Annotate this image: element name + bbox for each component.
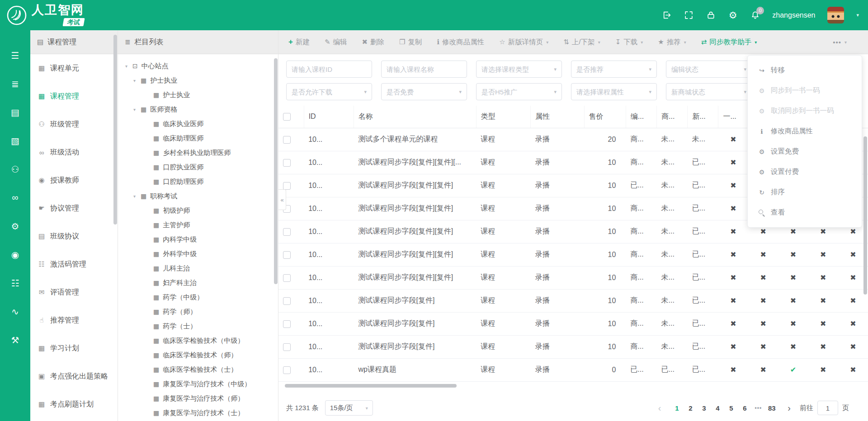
- page-number[interactable]: 2: [684, 404, 697, 412]
- tree-node[interactable]: ▦ 妇产科主治: [118, 276, 278, 290]
- module-user-icon[interactable]: ◉: [0, 240, 30, 269]
- page-size-select[interactable]: 15条/页 ▾: [325, 400, 373, 416]
- nav-comment-management[interactable]: ✉ 评语管理: [30, 278, 118, 306]
- module-book-icon[interactable]: ▧: [0, 126, 30, 155]
- nav-activation-code[interactable]: ☷ 激活码管理: [30, 250, 118, 278]
- tree-node[interactable]: ▦ 康复医学与治疗技术（中级）: [118, 377, 278, 391]
- nav-teacher[interactable]: ◉ 授课教师: [30, 166, 118, 194]
- tree-node[interactable]: ▦ 临床医学检验技术（士）: [118, 362, 278, 377]
- nav-class-activity[interactable]: ∞ 班级活动: [30, 138, 118, 166]
- row-checkbox[interactable]: [283, 320, 291, 328]
- more-button[interactable]: ••• ▾: [833, 38, 847, 46]
- nav-class-agreement[interactable]: ▤ 班级协议: [30, 222, 118, 250]
- module-database-icon[interactable]: ≣: [0, 70, 30, 98]
- module-card-icon[interactable]: ☷: [0, 269, 30, 297]
- shelf-button[interactable]: ⇅ 上/下架 ▾: [563, 37, 600, 47]
- copy-button[interactable]: ❐ 复制: [399, 37, 422, 47]
- tree-node[interactable]: ▦ 临床助理医师: [118, 131, 278, 145]
- course-attr-select[interactable]: ▾: [571, 83, 657, 100]
- tree-node[interactable]: ▦ 外科学中级: [118, 247, 278, 261]
- menu-sync-onebook[interactable]: ⚙ 同步到一书一码: [748, 80, 862, 101]
- edit-button[interactable]: ✎ 编辑: [325, 37, 347, 47]
- sync-assistant-button[interactable]: ⇄ 同步教学助手 ▾: [701, 37, 757, 47]
- nav-course-management[interactable]: ▦ 课程管理: [30, 82, 118, 110]
- row-checkbox[interactable]: [283, 228, 291, 236]
- free-select[interactable]: ▾: [381, 83, 467, 100]
- menu-edit-product-attrs[interactable]: ℹ 修改商品属性: [748, 121, 862, 141]
- new-detail-page-button[interactable]: ☆ 新版详情页 ▾: [499, 37, 548, 47]
- tree-node[interactable]: ▾ ▦ 医师资格: [118, 102, 278, 117]
- lock-icon[interactable]: [706, 10, 716, 20]
- edit-status-select[interactable]: ▾: [666, 61, 752, 78]
- menu-sort[interactable]: ↻ 排序: [748, 182, 862, 202]
- tree-node[interactable]: ▦ 临床医学检验技术（师）: [118, 348, 278, 362]
- page-number[interactable]: 1: [670, 404, 684, 412]
- select-all-checkbox[interactable]: [283, 113, 291, 121]
- vertical-scrollbar-thumb[interactable]: [863, 136, 867, 295]
- tree-node[interactable]: ▦ 药学（士）: [118, 319, 278, 333]
- chevron-down-icon[interactable]: ▾: [856, 12, 859, 18]
- tree-node[interactable]: ▦ 药学（师）: [118, 304, 278, 319]
- table-row[interactable]: 10... 测试课程同步字段[复件][复件] 课程 录播 10 商... 未..…: [278, 266, 868, 289]
- menu-unsync-onebook[interactable]: ⚙ 取消同步到一书一码: [748, 101, 862, 121]
- row-checkbox[interactable]: [283, 297, 291, 305]
- tree-node[interactable]: ▦ 临床医学检验技术（中级）: [118, 333, 278, 348]
- row-checkbox[interactable]: [283, 182, 291, 190]
- avatar[interactable]: [827, 7, 844, 23]
- course-id-input[interactable]: ▾: [286, 61, 372, 78]
- tree-node[interactable]: ▦ 初级护师: [118, 203, 278, 218]
- tree-scrollbar[interactable]: [274, 58, 278, 284]
- tree-node[interactable]: ▦ 康复医学与治疗技术（士）: [118, 406, 278, 420]
- nav-study-plan[interactable]: ▦ 学习计划: [30, 334, 118, 362]
- next-page-button[interactable]: ›: [785, 403, 793, 412]
- recommend-button[interactable]: ★ 推荐 ▾: [658, 37, 686, 47]
- row-checkbox[interactable]: [283, 343, 291, 351]
- goto-page-input[interactable]: [817, 401, 838, 415]
- recommend-select[interactable]: ▾: [571, 61, 657, 78]
- nav-exam-point-plan[interactable]: ▦ 考点刷题计划: [30, 390, 118, 418]
- delete-button[interactable]: ✖ 删除: [362, 37, 385, 47]
- module-settings-icon[interactable]: ⚙: [0, 212, 30, 240]
- module-menu-icon[interactable]: ☰: [0, 41, 30, 70]
- logout-icon[interactable]: [661, 10, 671, 20]
- row-checkbox[interactable]: [283, 136, 291, 144]
- nav-exam-point-strategy[interactable]: ▣ 考点强化出题策略: [30, 362, 118, 390]
- bell-icon[interactable]: 0: [750, 10, 760, 20]
- tree-node[interactable]: ▦ 乡村全科执业助理医师: [118, 145, 278, 160]
- table-row[interactable]: 10... 测试课程同步字段[复件] 课程 录播 10 商... 未... 已.…: [278, 335, 868, 358]
- nav-agreement-management[interactable]: ☛ 协议管理: [30, 194, 118, 222]
- row-checkbox[interactable]: [283, 274, 291, 282]
- menu-transfer[interactable]: ↪ 转移: [748, 60, 862, 80]
- collapse-panel-button[interactable]: «: [278, 189, 286, 210]
- module-link-icon[interactable]: ∞: [0, 183, 30, 212]
- page-number[interactable]: 4: [711, 404, 724, 412]
- menu-set-free[interactable]: ⚙ 设置免费: [748, 141, 862, 162]
- tree-node[interactable]: ▦ 主管护师: [118, 218, 278, 232]
- horizontal-scrollbar-thumb[interactable]: [285, 384, 457, 388]
- menu-set-paid[interactable]: ⚙ 设置付费: [748, 162, 862, 182]
- download-button[interactable]: ↧ 下载 ▾: [615, 37, 643, 47]
- table-row[interactable]: 10... 测试课程同步字段[复件][复件] 课程 录播 10 商... 未..…: [278, 243, 868, 266]
- tree-node[interactable]: ▦ 药学（中级）: [118, 290, 278, 304]
- tree-node[interactable]: ▦ 护士执业: [118, 88, 278, 102]
- nav-course-unit[interactable]: ▦ 课程单元: [30, 54, 118, 82]
- table-row[interactable]: 10... 测试课程同步字段[复件] 课程 录播 10 商... 未... 已.…: [278, 289, 868, 312]
- tree-node[interactable]: ▦ 内科学中级: [118, 232, 278, 247]
- module-users-icon[interactable]: ⚇: [0, 155, 30, 183]
- tree-node[interactable]: ▦ 临床执业医师: [118, 117, 278, 131]
- module-list-icon[interactable]: ▤: [0, 98, 30, 126]
- tree-node[interactable]: ▾ ▦ 护士执业: [118, 73, 278, 88]
- tree-node[interactable]: ▦ 口腔执业医师: [118, 160, 278, 174]
- module-chart-icon[interactable]: ∿: [0, 297, 30, 326]
- allow-download-select[interactable]: ▾: [286, 83, 372, 100]
- table-row[interactable]: 10... wp课程真题 课程 录播 0 已... 已... 已... ✖ ✖: [278, 358, 868, 381]
- nav-recommend-management[interactable]: ☝ 推荐管理: [30, 306, 118, 334]
- prev-page-button[interactable]: ‹: [656, 403, 664, 412]
- page-number[interactable]: 5: [724, 404, 738, 412]
- create-button[interactable]: + 新建: [288, 37, 310, 47]
- page-number[interactable]: •••: [751, 405, 765, 411]
- tree-node[interactable]: ▾ ⊡ 中心站点: [118, 59, 278, 73]
- gear-icon[interactable]: ⚙: [728, 10, 738, 20]
- tree-node[interactable]: ▾ ▦ 职称考试: [118, 189, 278, 203]
- nav-scrollbar[interactable]: [113, 35, 117, 225]
